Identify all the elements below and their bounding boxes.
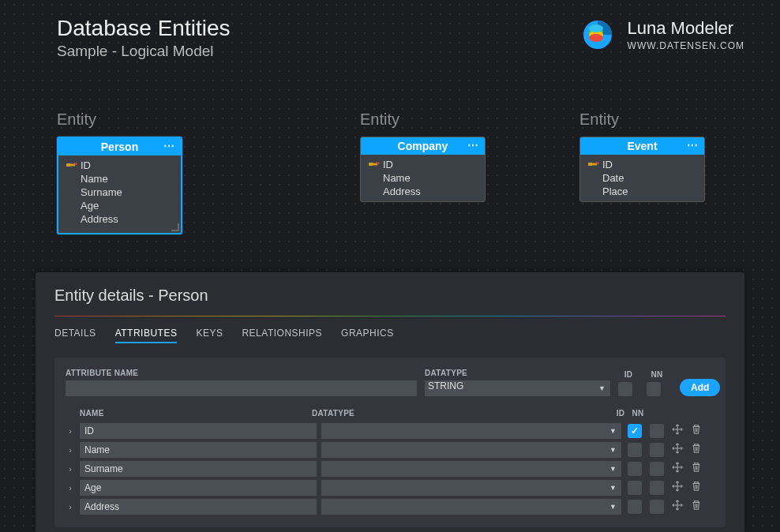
entity-attribute-name: Surname xyxy=(81,186,122,198)
entity-details-panel: Entity details - Person DETAILSATTRIBUTE… xyxy=(36,272,744,532)
chevron-down-icon: ▼ xyxy=(609,446,617,454)
attributes-form: ATTRIBUTE NAME DATATYPE STRING ▼ ID NN . xyxy=(54,358,726,527)
move-row-icon[interactable] xyxy=(670,443,684,457)
delete-row-icon[interactable] xyxy=(689,462,703,476)
entity-title[interactable]: Person⋯ xyxy=(58,138,181,155)
grid-header-name: NAME xyxy=(66,409,312,418)
tab-details[interactable]: DETAILS xyxy=(54,324,96,343)
row-datatype-select[interactable]: ▼ xyxy=(321,499,621,515)
attr-nn-label: NN xyxy=(647,370,667,379)
tab-keys[interactable]: KEYS xyxy=(196,324,223,343)
attributes-grid-header: NAME DATATYPE ID NN xyxy=(66,407,714,421)
row-nn-checkbox[interactable] xyxy=(650,500,664,514)
row-name-input[interactable] xyxy=(80,461,317,477)
entity-title[interactable]: Company⋯ xyxy=(361,137,485,155)
attr-datatype-select[interactable]: STRING ▼ xyxy=(425,380,610,396)
tab-graphics[interactable]: GRAPHICS xyxy=(341,324,394,343)
row-id-checkbox[interactable] xyxy=(628,462,642,476)
svg-rect-15 xyxy=(596,162,597,164)
row-name-input[interactable] xyxy=(80,499,317,515)
entity-attribute[interactable]: ID xyxy=(58,159,181,172)
row-name-input[interactable] xyxy=(80,442,317,458)
entity-box[interactable]: Company⋯IDNameAddress xyxy=(360,137,486,202)
expand-row-icon[interactable]: › xyxy=(66,426,75,436)
entity-attribute-name: ID xyxy=(81,159,91,171)
entity-menu-icon[interactable]: ⋯ xyxy=(687,139,698,152)
key-icon xyxy=(369,159,383,170)
row-nn-checkbox[interactable] xyxy=(650,462,664,476)
expand-row-icon[interactable]: › xyxy=(66,464,75,474)
entity-box[interactable]: Person⋯IDNameSurnameAgeAddress xyxy=(57,137,182,234)
row-datatype-select[interactable]: ▼ xyxy=(321,423,621,439)
entity-box[interactable]: Event⋯IDDatePlace xyxy=(579,137,705,202)
key-icon xyxy=(588,159,602,170)
entity-attribute[interactable]: Age xyxy=(58,199,181,212)
row-id-checkbox[interactable] xyxy=(628,424,642,438)
attr-datatype-label: DATATYPE xyxy=(425,369,610,377)
panel-divider xyxy=(54,316,726,317)
row-nn-checkbox[interactable] xyxy=(650,481,664,495)
entity-attribute-name: Name xyxy=(81,173,108,185)
entity-attribute-name: Date xyxy=(602,172,624,184)
attr-id-checkbox[interactable] xyxy=(618,382,632,396)
attr-id-label: ID xyxy=(618,370,639,379)
entity-title[interactable]: Event⋯ xyxy=(580,137,704,155)
attr-name-input[interactable] xyxy=(66,380,417,396)
row-nn-checkbox[interactable] xyxy=(650,443,664,457)
row-nn-checkbox[interactable] xyxy=(650,424,664,438)
move-row-icon[interactable] xyxy=(670,462,684,476)
entity-label: Entity xyxy=(579,111,619,129)
attribute-row: ›▼ xyxy=(66,497,714,516)
svg-rect-5 xyxy=(66,163,71,167)
entity-attribute[interactable]: Surname xyxy=(58,185,181,199)
entity-attribute[interactable]: Date xyxy=(580,171,704,185)
add-attribute-button[interactable]: Add xyxy=(680,379,720,396)
entity-attribute-name: ID xyxy=(602,159,613,170)
svg-rect-7 xyxy=(74,163,75,165)
entity-attribute-name: Address xyxy=(383,185,421,197)
row-id-checkbox[interactable] xyxy=(628,481,642,495)
expand-row-icon[interactable]: › xyxy=(66,502,75,511)
entity-attribute-name: Place xyxy=(602,185,628,197)
grid-header-id: ID xyxy=(612,409,629,418)
entity-attribute[interactable]: Name xyxy=(361,171,485,185)
chevron-down-icon: ▼ xyxy=(609,465,617,473)
grid-header-datatype: DATATYPE xyxy=(312,409,612,418)
move-row-icon[interactable] xyxy=(670,481,684,495)
entity-attribute[interactable]: Place xyxy=(580,185,704,198)
entity-menu-icon[interactable]: ⋯ xyxy=(163,140,174,152)
row-name-input[interactable] xyxy=(80,423,317,439)
svg-rect-11 xyxy=(377,162,377,164)
attr-nn-checkbox[interactable] xyxy=(647,382,661,396)
move-row-icon[interactable] xyxy=(670,500,684,514)
svg-rect-8 xyxy=(76,163,77,165)
row-id-checkbox[interactable] xyxy=(628,500,642,514)
tab-attributes[interactable]: ATTRIBUTES xyxy=(115,324,178,343)
row-name-input[interactable] xyxy=(80,480,317,496)
row-datatype-select[interactable]: ▼ xyxy=(321,461,621,477)
entity-attribute-name: Address xyxy=(81,213,118,225)
delete-row-icon[interactable] xyxy=(689,443,703,457)
svg-rect-13 xyxy=(588,163,593,166)
resize-handle[interactable] xyxy=(171,223,179,231)
entity-attribute[interactable]: ID xyxy=(361,158,485,171)
row-id-checkbox[interactable] xyxy=(628,443,642,457)
entity-attribute[interactable]: Address xyxy=(58,212,181,226)
delete-row-icon[interactable] xyxy=(689,481,703,495)
expand-row-icon[interactable]: › xyxy=(66,483,75,493)
entity-attribute[interactable]: ID xyxy=(580,158,704,171)
attribute-row: ›▼ xyxy=(66,478,714,497)
chevron-down-icon: ▼ xyxy=(609,503,617,511)
row-datatype-select[interactable]: ▼ xyxy=(321,480,621,496)
key-icon xyxy=(66,159,81,171)
expand-row-icon[interactable]: › xyxy=(66,445,75,455)
tab-relationships[interactable]: RELATIONSHIPS xyxy=(242,324,322,343)
entity-attribute[interactable]: Name xyxy=(58,172,181,185)
move-row-icon[interactable] xyxy=(670,424,684,438)
entity-menu-icon[interactable]: ⋯ xyxy=(467,139,478,152)
svg-rect-16 xyxy=(598,162,598,164)
row-datatype-select[interactable]: ▼ xyxy=(321,442,621,458)
entity-attribute[interactable]: Address xyxy=(361,185,485,198)
delete-row-icon[interactable] xyxy=(689,500,703,514)
delete-row-icon[interactable] xyxy=(689,424,703,438)
